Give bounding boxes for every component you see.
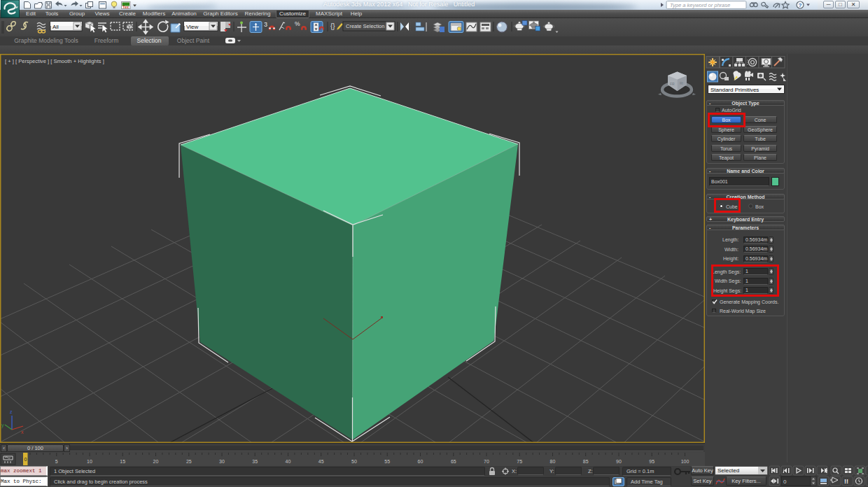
svg-text:40: 40: [286, 459, 291, 464]
svg-text:45: 45: [318, 459, 324, 464]
svg-text:60: 60: [418, 459, 424, 464]
svg-text:View: View: [186, 24, 198, 30]
svg-text:20: 20: [153, 459, 159, 464]
svg-text:100: 100: [681, 459, 690, 464]
svg-text:Create Selection Se: Create Selection Se: [346, 23, 393, 29]
svg-text:FR: FR: [670, 82, 675, 86]
svg-text:25: 25: [186, 459, 192, 464]
svg-text:10: 10: [87, 459, 92, 464]
svg-text:75: 75: [517, 459, 522, 464]
svg-text:90: 90: [616, 459, 622, 464]
svg-text:z: z: [10, 409, 13, 414]
svg-text:95: 95: [649, 459, 654, 464]
svg-text:!!: !!: [844, 478, 848, 485]
svg-text:%: %: [295, 20, 300, 27]
svg-text:Tex: Tex: [122, 5, 130, 9]
svg-text:Standard Primitives: Standard Primitives: [710, 87, 759, 93]
svg-text:65: 65: [451, 459, 456, 464]
svg-text:y: y: [1, 423, 4, 428]
svg-text:{}: {}: [330, 22, 335, 30]
svg-text:55: 55: [384, 459, 390, 464]
svg-text:15: 15: [120, 459, 125, 464]
svg-text:0: 0: [24, 457, 27, 462]
svg-text:85: 85: [583, 459, 589, 464]
svg-text:All: All: [52, 24, 59, 30]
svg-text:30: 30: [219, 459, 225, 464]
svg-text:5: 5: [55, 459, 58, 464]
svg-text:3: 3: [264, 21, 267, 28]
svg-text:RI: RI: [680, 81, 683, 85]
svg-text:Type a keyword or phrase: Type a keyword or phrase: [670, 2, 730, 8]
svg-text:70: 70: [484, 459, 489, 464]
svg-text:x: x: [21, 430, 24, 435]
svg-text:50: 50: [351, 459, 357, 464]
svg-text:35: 35: [252, 459, 258, 464]
svg-text:80: 80: [550, 459, 556, 464]
svg-text:?: ?: [799, 2, 802, 8]
svg-text:0: 0: [783, 479, 787, 485]
svg-text:[ + ] [ Perspective ] [ Smooth: [ + ] [ Perspective ] [ Smooth + Highlig…: [5, 58, 104, 64]
